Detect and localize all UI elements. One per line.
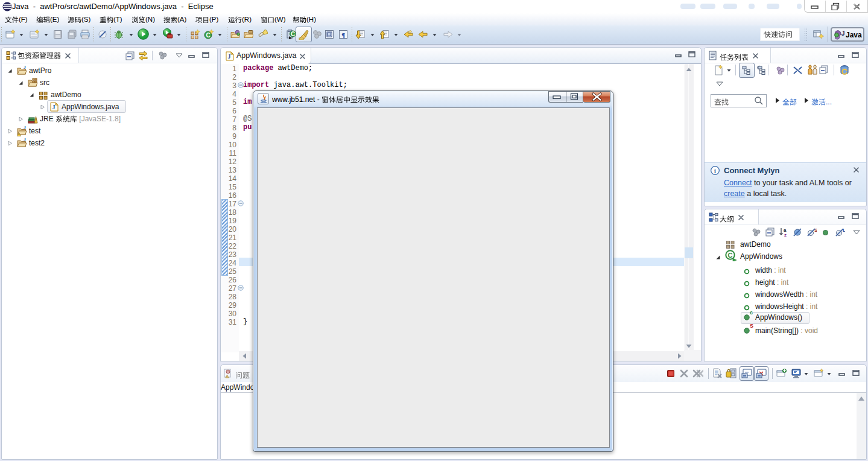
svg-text:J: J bbox=[228, 53, 231, 60]
svg-text:J: J bbox=[24, 66, 26, 70]
svg-text:¶: ¶ bbox=[341, 31, 345, 39]
svg-text:i: i bbox=[714, 168, 716, 174]
svg-text:L: L bbox=[843, 227, 845, 233]
svg-text:J: J bbox=[24, 126, 26, 130]
svg-text:S: S bbox=[814, 227, 817, 233]
svg-text:J: J bbox=[52, 104, 55, 110]
svg-text:J: J bbox=[841, 30, 845, 37]
svg-text:J: J bbox=[24, 138, 26, 142]
svg-text:z: z bbox=[784, 232, 787, 238]
svg-text:C: C bbox=[728, 252, 733, 259]
svg-text:C: C bbox=[291, 31, 295, 37]
svg-text:C: C bbox=[206, 32, 210, 39]
